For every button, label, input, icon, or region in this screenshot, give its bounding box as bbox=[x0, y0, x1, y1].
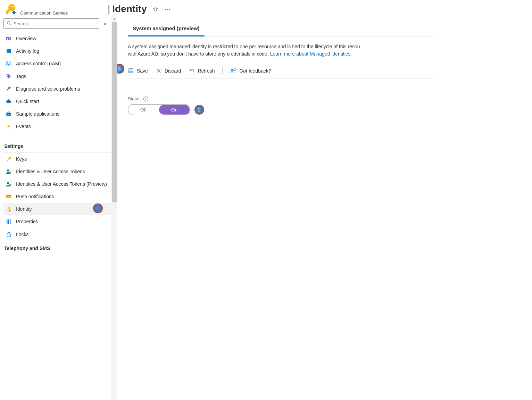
search-input[interactable] bbox=[14, 21, 96, 26]
sidebar-item-label: Diagnose and solve problems bbox=[16, 86, 108, 92]
svg-rect-8 bbox=[7, 50, 10, 50]
refresh-icon bbox=[189, 68, 195, 74]
scrollbar[interactable]: ▲ bbox=[111, 16, 117, 400]
overview-icon bbox=[6, 35, 12, 42]
sidebar-item-label: Locks bbox=[16, 231, 108, 238]
svg-rect-19 bbox=[7, 159, 9, 161]
status-label: Status bbox=[128, 96, 141, 101]
sidebar-item-identity[interactable]: Identity 1 bbox=[3, 203, 111, 215]
toolbar-separator bbox=[222, 67, 223, 74]
svg-rect-6 bbox=[9, 38, 10, 40]
sidebar-item-tags[interactable]: Tags bbox=[3, 70, 111, 83]
scroll-up-icon[interactable]: ▲ bbox=[111, 16, 117, 22]
identity-key-icon bbox=[6, 206, 12, 212]
info-icon[interactable]: i bbox=[143, 97, 148, 101]
feedback-button[interactable]: Got feedback? bbox=[230, 68, 271, 74]
search-icon bbox=[7, 21, 11, 27]
svg-rect-32 bbox=[7, 234, 10, 237]
svg-point-20 bbox=[7, 169, 9, 172]
key-icon bbox=[5, 3, 16, 15]
tag-icon bbox=[6, 73, 12, 80]
svg-rect-29 bbox=[7, 219, 8, 224]
svg-rect-27 bbox=[7, 209, 9, 211]
sidebar-item-keys[interactable]: Keys bbox=[3, 153, 111, 165]
sidebar-item-activity-log[interactable]: Activity log bbox=[3, 45, 111, 57]
toolbar: 3 Save Discard Refresh Got feedback? bbox=[128, 66, 433, 79]
save-button[interactable]: Save bbox=[128, 68, 148, 74]
svg-rect-1 bbox=[12, 10, 16, 14]
page-title: |Identity bbox=[108, 3, 147, 15]
svg-rect-5 bbox=[7, 38, 8, 40]
sidebar-item-locks[interactable]: Locks bbox=[3, 228, 111, 241]
close-icon bbox=[156, 68, 162, 74]
discard-button[interactable]: Discard bbox=[156, 68, 181, 74]
toggle-off-label: Off bbox=[128, 105, 159, 115]
toggle-on-label: On bbox=[159, 105, 190, 115]
sidebar-section-telephony: Telephony and SMS bbox=[3, 241, 111, 253]
sidebar-section-settings: Settings bbox=[3, 133, 111, 151]
status-label-row: Status i bbox=[128, 96, 532, 101]
sidebar-item-quick-start[interactable]: Quick start bbox=[3, 95, 111, 108]
sidebar-item-events[interactable]: Events bbox=[3, 120, 111, 133]
feedback-label: Got feedback? bbox=[239, 68, 271, 74]
svg-line-3 bbox=[10, 24, 11, 25]
service-type-label: Communication Service bbox=[20, 3, 68, 16]
svg-rect-25 bbox=[6, 195, 11, 196]
sidebar-item-label: Activity log bbox=[16, 48, 108, 54]
refresh-button[interactable]: Refresh bbox=[189, 68, 215, 74]
svg-point-18 bbox=[10, 157, 10, 158]
sidebar-item-overview[interactable]: Overview bbox=[3, 32, 111, 45]
callout-badge-2: 2 bbox=[194, 105, 204, 115]
description-text: A system assigned managed identity is re… bbox=[128, 43, 433, 58]
svg-point-26 bbox=[8, 207, 11, 209]
person-icon bbox=[6, 168, 12, 175]
sidebar-item-push-notifications[interactable]: Push notifications bbox=[3, 190, 111, 203]
tab-system-assigned[interactable]: System assigned (preview) bbox=[128, 22, 205, 36]
callout-badge-3: 3 bbox=[117, 64, 124, 74]
sidebar-item-label: Access control (IAM) bbox=[16, 60, 108, 67]
svg-point-11 bbox=[7, 62, 8, 64]
save-label: Save bbox=[137, 68, 148, 74]
more-actions-icon[interactable]: ⋯ bbox=[164, 6, 171, 12]
sidebar-item-label: Identities & User Access Tokens bbox=[16, 168, 108, 175]
cloud-icon bbox=[6, 98, 12, 105]
svg-point-17 bbox=[9, 157, 11, 159]
sidebar-item-access-control[interactable]: Access control (IAM) bbox=[3, 57, 111, 70]
page-header: Communication Service |Identity ☆ ⋯ bbox=[0, 0, 532, 16]
discard-label: Discard bbox=[165, 68, 181, 74]
svg-point-12 bbox=[9, 62, 10, 63]
sidebar-item-identities-tokens[interactable]: Identities & User Access Tokens bbox=[3, 165, 111, 178]
svg-point-0 bbox=[12, 6, 14, 7]
svg-point-13 bbox=[7, 75, 8, 75]
properties-icon bbox=[6, 219, 12, 225]
wrench-icon bbox=[6, 86, 12, 92]
svg-rect-31 bbox=[10, 219, 11, 224]
sidebar-item-label: Quick start bbox=[16, 98, 108, 105]
svg-rect-9 bbox=[7, 51, 10, 51]
collapse-sidebar-icon[interactable]: « bbox=[102, 21, 108, 26]
status-toggle[interactable]: Off On bbox=[128, 104, 190, 115]
sidebar-item-diagnose[interactable]: Diagnose and solve problems bbox=[3, 83, 111, 95]
sidebar-item-label: Overview bbox=[16, 35, 108, 42]
save-icon bbox=[128, 68, 134, 74]
sidebar-item-label: Properties bbox=[16, 218, 108, 225]
favorite-star-icon[interactable]: ☆ bbox=[152, 6, 159, 12]
search-box[interactable] bbox=[3, 18, 99, 29]
svg-rect-10 bbox=[7, 52, 9, 52]
refresh-label: Refresh bbox=[198, 68, 215, 74]
scroll-thumb[interactable] bbox=[112, 22, 117, 202]
sidebar-item-identities-tokens-preview[interactable]: Identities & User Access Tokens (Preview… bbox=[3, 178, 111, 190]
activity-log-icon bbox=[6, 48, 12, 54]
svg-rect-39 bbox=[234, 69, 236, 70]
sidebar-item-label: Tags bbox=[16, 73, 108, 80]
sidebar-item-sample-apps[interactable]: Sample applications bbox=[3, 108, 111, 120]
notification-icon bbox=[6, 193, 12, 200]
lock-icon bbox=[6, 231, 12, 238]
key-icon bbox=[6, 156, 12, 162]
svg-rect-16 bbox=[6, 114, 11, 115]
learn-more-link[interactable]: Learn more about Managed identities. bbox=[270, 51, 352, 57]
svg-rect-15 bbox=[8, 112, 10, 113]
sidebar-item-properties[interactable]: Properties bbox=[3, 215, 111, 228]
svg-point-22 bbox=[7, 182, 9, 184]
lightning-icon bbox=[6, 123, 12, 130]
